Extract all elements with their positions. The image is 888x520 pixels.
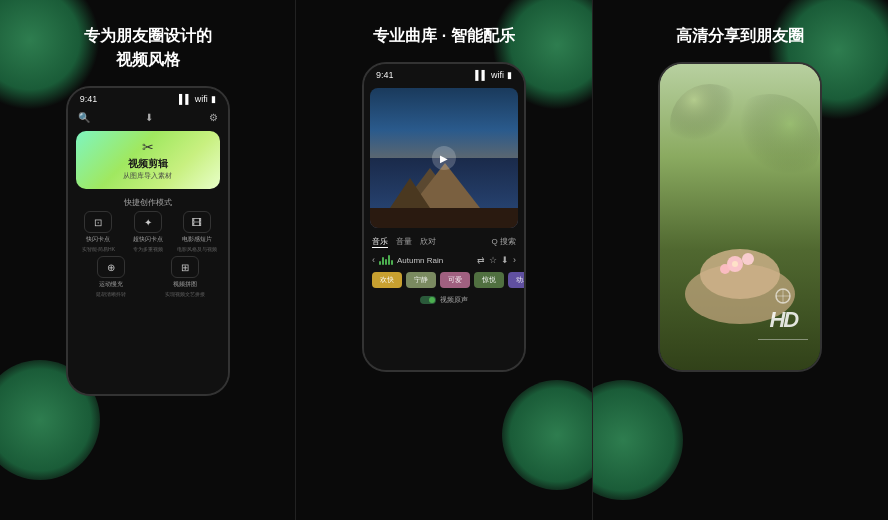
favorite-icon[interactable]: ☆ [489,255,497,265]
flash-icon-box: ⊡ [84,211,112,233]
motion-label: 运动慢充 [99,280,123,289]
decorative-blob-bl-3 [592,380,683,500]
superflash-label: 超快闪卡点 [133,235,163,244]
search-icon-1[interactable]: 🔍 [78,112,90,123]
voice-toggle-row: 视频原声 [364,292,524,308]
hd-underline [758,339,808,340]
cinema-icon-box: 🎞 [183,211,211,233]
tag-cute[interactable]: 可爱 [440,272,470,288]
quick-item-motion[interactable]: ⊕ 运动慢充 延胡清晰抖转 [76,256,146,297]
music-track-row: ‹ Autumn Rain ⇄ ☆ ⬇ › [364,252,524,268]
video-edit-banner[interactable]: ✂ 视频剪辑 从图库导入素材 [76,131,220,189]
collage-icon-box: ⊞ [171,256,199,278]
music-tabs-bar: 音乐 音量 欣对 Q 搜索 [364,232,524,252]
voice-toggle-switch[interactable] [420,296,436,304]
svg-point-7 [720,94,820,194]
prev-icon[interactable]: ‹ [372,255,375,265]
quick-section-label: 快捷创作模式 [68,197,228,208]
status-time-1: 9:41 [80,94,98,104]
scissors-icon: ✂ [142,139,154,155]
status-icons-2: ▌▌ wifi ▮ [475,70,512,80]
bar-3 [385,259,387,265]
phone1-content: 🔍 ⬇ ⚙ ✂ 视频剪辑 从图库导入素材 快捷创作模式 ⊡ 快闪卡点 实智能·简… [68,108,228,394]
download-track-icon[interactable]: ⬇ [501,255,509,265]
phone2-content: ▶ 音乐 音量 欣对 Q 搜索 ‹ Autumn Rain ⇄ [364,84,524,370]
status-time-2: 9:41 [376,70,394,80]
phone-mockup-1: 9:41 ▌▌ wifi ▮ 🔍 ⬇ ⚙ ✂ 视频剪辑 从图库导入素材 快捷创作… [66,86,230,396]
tag-happy[interactable]: 欢快 [372,272,402,288]
panel-2-title: 专业曲库 · 智能配乐 [373,24,514,48]
track-action-icons: ⇄ ☆ ⬇ › [477,255,516,265]
signal-icon-2: ▌▌ [475,70,488,80]
quick-grid-row1: ⊡ 快闪卡点 实智能·简易HK ✦ 超快闪卡点 专为多重视频 🎞 电影感短片 电… [68,211,228,252]
wifi-icon-2: wifi [491,70,504,80]
battery-icon-1: ▮ [211,94,216,104]
decorative-blob-bl-2 [502,380,592,490]
play-button[interactable]: ▶ [432,146,456,170]
hd-overlay: HD [758,287,808,340]
download-icon-1[interactable]: ⬇ [145,112,153,123]
shuffle-icon[interactable]: ⇄ [477,255,485,265]
phone-status-bar-2: 9:41 ▌▌ wifi ▮ [364,64,524,84]
status-icons-1: ▌▌ wifi ▮ [179,94,216,104]
superflash-icon-box: ✦ [134,211,162,233]
track-name: Autumn Rain [397,256,443,265]
settings-icon-1[interactable]: ⚙ [209,112,218,123]
panel-2: 专业曲库 · 智能配乐 9:41 ▌▌ wifi ▮ [295,0,591,520]
svg-point-12 [720,264,730,274]
tag-joy[interactable]: 惊悦 [474,272,504,288]
flash-label: 快闪卡点 [86,235,110,244]
tab-lyrics[interactable]: 欣对 [420,236,436,248]
panel-1-title: 专为朋友圈设计的 视频风格 [84,24,212,72]
quick-item-collage[interactable]: ⊞ 视频拼图 实现视频文艺拼接 [150,256,220,297]
banner-title: 视频剪辑 [128,157,168,171]
tab-music[interactable]: 音乐 [372,236,388,248]
bar-1 [379,261,381,265]
bar-5 [391,260,393,265]
svg-point-13 [732,261,738,267]
panel-3-title: 高清分享到朋友圈 [676,24,804,48]
nature-photo: HD [660,64,820,370]
collage-label: 视频拼图 [173,280,197,289]
quick-item-superflash[interactable]: ✦ 超快闪卡点 专为多重视频 [125,211,170,252]
motion-sublabel: 延胡清晰抖转 [96,291,126,297]
phone1-topbar: 🔍 ⬇ ⚙ [68,108,228,127]
phone-mockup-3: HD [658,62,822,372]
flash-sublabel: 实智能·简易HK [82,246,115,252]
cinema-sublabel: 电影风格及与视频 [177,246,217,252]
bar-4 [388,255,390,265]
voice-label: 视频原声 [440,295,468,305]
signal-icon-1: ▌▌ [179,94,192,104]
tab-volume[interactable]: 音量 [396,236,412,248]
collage-sublabel: 实现视频文艺拼接 [165,291,205,297]
hd-logo-text: HD [769,307,797,333]
svg-rect-4 [370,208,518,228]
music-tag-list: 欢快 宁静 可爱 惊悦 动.. [364,268,524,292]
motion-icon-box: ⊕ [97,256,125,278]
battery-icon-2: ▮ [507,70,512,80]
phone3-content: HD [660,64,820,370]
wifi-icon-1: wifi [195,94,208,104]
cinema-label: 电影感短片 [182,235,212,244]
tag-calm[interactable]: 宁静 [406,272,436,288]
music-search-btn[interactable]: Q 搜索 [492,236,516,248]
track-waveform [379,255,393,265]
next-icon[interactable]: › [513,255,516,265]
video-preview: ▶ [370,88,518,228]
banner-subtitle: 从图库导入素材 [123,171,172,181]
phone-status-bar-1: 9:41 ▌▌ wifi ▮ [68,88,228,108]
superflash-sublabel: 专为多重视频 [133,246,163,252]
quick-item-cinema[interactable]: 🎞 电影感短片 电影风格及与视频 [174,211,219,252]
panel-1: 专为朋友圈设计的 视频风格 9:41 ▌▌ wifi ▮ 🔍 ⬇ ⚙ ✂ 视频剪… [0,0,295,520]
panel-3: 高清分享到朋友圈 [592,0,888,520]
tag-dynamic[interactable]: 动.. [508,272,524,288]
bar-2 [382,257,384,265]
phone-mockup-2: 9:41 ▌▌ wifi ▮ [362,62,526,372]
svg-point-11 [742,253,754,265]
hd-spinner-icon [774,287,792,305]
quick-item-flash[interactable]: ⊡ 快闪卡点 实智能·简易HK [76,211,121,252]
quick-grid-row2: ⊕ 运动慢充 延胡清晰抖转 ⊞ 视频拼图 实现视频文艺拼接 [68,256,228,297]
